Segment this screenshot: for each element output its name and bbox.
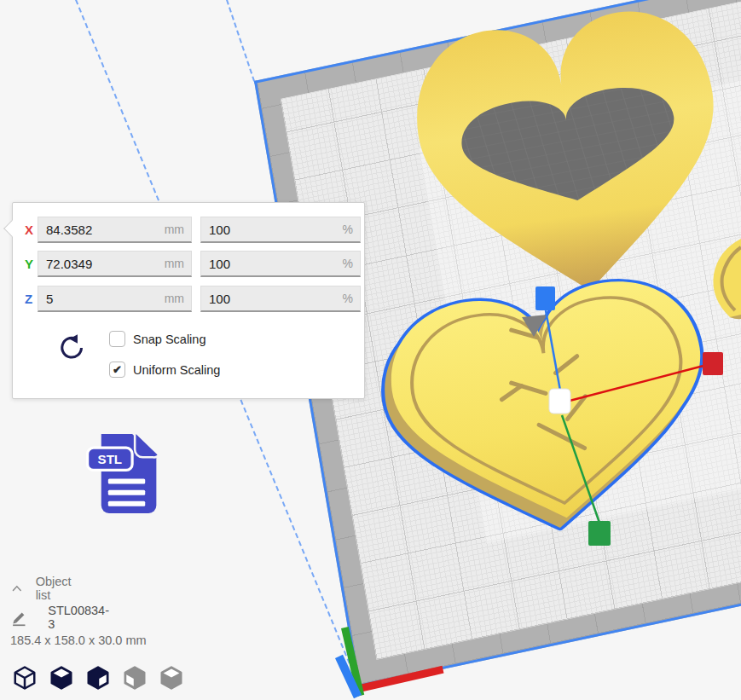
scale-tool-panel: X 84.3582 mm 100 % Y 72.0349 mm 100 % Z <box>12 202 365 399</box>
percent-unit-label: % <box>343 223 353 236</box>
object-name: STL00834-3 <box>48 604 110 631</box>
uniform-scaling-label: Uniform Scaling <box>133 363 220 377</box>
snap-scaling-row: Snap Scaling <box>109 331 206 347</box>
axis-label-z: Z <box>25 292 38 306</box>
x-percent-value: 100 <box>209 223 230 237</box>
scale-handle-center[interactable] <box>549 389 570 414</box>
stl-badge-label: STL <box>98 452 123 466</box>
y-size-value: 72.0349 <box>46 257 92 271</box>
snap-scaling-checkbox[interactable] <box>109 331 125 347</box>
scale-handle-y[interactable] <box>588 521 611 546</box>
x-size-value: 84.3582 <box>46 223 92 237</box>
mm-unit-label: mm <box>165 223 184 236</box>
snap-scaling-label: Snap Scaling <box>133 333 206 346</box>
view-front-button[interactable] <box>49 665 74 691</box>
percent-unit-label: % <box>343 257 353 270</box>
view-top-button[interactable] <box>85 665 111 691</box>
z-size-value: 5 <box>46 292 53 306</box>
mm-unit-label: mm <box>165 257 184 270</box>
uniform-scaling-checkbox[interactable]: ✔ <box>109 362 125 378</box>
axis-label-y: Y <box>25 257 38 271</box>
chevron-up-icon <box>12 583 22 593</box>
y-percent-value: 100 <box>209 257 230 271</box>
camera-view-toolbar <box>12 665 184 691</box>
y-percent-field[interactable]: 100 % <box>200 251 361 277</box>
axis-label-x: X <box>25 223 38 237</box>
x-size-field[interactable]: 84.3582 mm <box>38 217 192 243</box>
z-percent-field[interactable]: 100 % <box>200 286 361 312</box>
mm-unit-label: mm <box>165 292 184 305</box>
document-fold-corner <box>135 431 159 457</box>
scale-handle-z[interactable] <box>535 286 555 310</box>
view-right-button[interactable] <box>159 665 184 691</box>
build-volume-edge-line-back <box>226 0 255 82</box>
model-heart-partial[interactable] <box>706 235 741 319</box>
object-dimensions: 185.4 x 158.0 x 30.0 mm <box>10 633 147 647</box>
object-list-header[interactable]: Object list <box>12 575 75 602</box>
uniform-scaling-row: ✔ Uniform Scaling <box>109 362 220 378</box>
model-heart-cutter[interactable] <box>403 0 738 313</box>
document-line <box>108 501 145 506</box>
reset-scale-button[interactable] <box>56 333 85 362</box>
z-percent-value: 100 <box>209 292 230 306</box>
object-list-title: Object list <box>36 575 75 602</box>
scale-handle-x[interactable] <box>703 352 723 375</box>
scale-row-y: Y 72.0349 mm 100 % <box>13 251 361 277</box>
reset-arrow-icon <box>56 333 85 362</box>
x-percent-field[interactable]: 100 % <box>200 217 361 243</box>
view-left-button[interactable] <box>122 665 148 691</box>
z-size-field[interactable]: 5 mm <box>38 286 192 312</box>
document-line <box>108 479 145 484</box>
scale-row-z: Z 5 mm 100 % <box>13 286 361 312</box>
view-3d-button[interactable] <box>12 665 38 691</box>
stl-file-icon: STL <box>85 429 164 519</box>
y-size-field[interactable]: 72.0349 mm <box>38 251 192 277</box>
slicer-app: X 84.3582 mm 100 % Y 72.0349 mm 100 % Z <box>0 0 741 700</box>
percent-unit-label: % <box>343 292 353 305</box>
checkbox-glyph: ✔ <box>113 364 122 375</box>
document-line <box>108 490 145 495</box>
pencil-icon <box>11 608 28 627</box>
object-list-item[interactable]: STL00834-3 <box>11 604 111 631</box>
scale-row-x: X 84.3582 mm 100 % <box>13 217 361 243</box>
